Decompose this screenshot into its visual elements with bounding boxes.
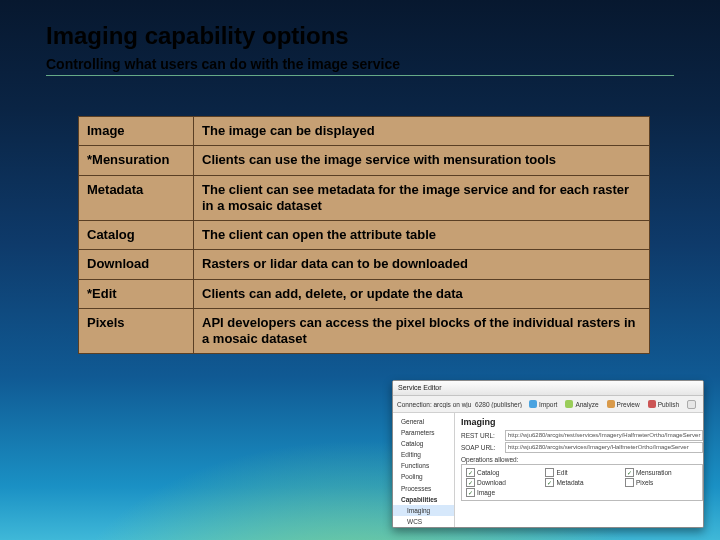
sidebar-item[interactable]: Parameters bbox=[393, 427, 454, 438]
checkbox-label: Edit bbox=[556, 469, 567, 476]
operations-group: ✓CatalogEdit✓Mensuration✓Download✓Metada… bbox=[461, 464, 703, 501]
capability-name: Download bbox=[79, 250, 194, 279]
operation-checkbox[interactable]: ✓Mensuration bbox=[625, 468, 698, 477]
checkbox-label: Metadata bbox=[556, 479, 583, 486]
capability-name: *Mensuration bbox=[79, 146, 194, 175]
connection-label: Connection: arcgis on wju_6280 (publishe… bbox=[397, 401, 524, 408]
sidebar-item[interactable]: General bbox=[393, 416, 454, 427]
preview-icon bbox=[607, 400, 615, 408]
operation-checkbox[interactable]: Edit bbox=[545, 468, 618, 477]
preview-button[interactable]: Preview bbox=[604, 399, 643, 409]
analyze-button[interactable]: Analyze bbox=[562, 399, 601, 409]
editor-main-panel: Imaging REST URL: http://wju6280/arcgis/… bbox=[455, 413, 704, 528]
checkbox-label: Image bbox=[477, 489, 495, 496]
table-row: ImageThe image can be displayed bbox=[79, 117, 650, 146]
sidebar-item[interactable]: Functions bbox=[393, 460, 454, 471]
capability-desc: The image can be displayed bbox=[194, 117, 650, 146]
rest-url-field[interactable]: http://wju6280/arcgis/rest/services/Imag… bbox=[505, 430, 703, 441]
capability-desc: The client can see metadata for the imag… bbox=[194, 175, 650, 221]
import-icon bbox=[529, 400, 537, 408]
capability-desc: Clients can use the image service with m… bbox=[194, 146, 650, 175]
capabilities-table: ImageThe image can be displayed*Mensurat… bbox=[78, 116, 650, 354]
checkbox-icon bbox=[545, 468, 554, 477]
page-title: Imaging capability options bbox=[46, 22, 674, 50]
sidebar-item[interactable]: Processes bbox=[393, 483, 454, 494]
capability-desc: Clients can add, delete, or update the d… bbox=[194, 279, 650, 308]
page-subtitle: Controlling what users can do with the i… bbox=[46, 56, 674, 76]
checkbox-label: Mensuration bbox=[636, 469, 672, 476]
sidebar-item-description[interactable]: Item Description bbox=[393, 527, 454, 528]
import-button[interactable]: Import bbox=[526, 399, 560, 409]
checkbox-icon: ✓ bbox=[466, 468, 475, 477]
operation-checkbox[interactable]: Pixels bbox=[625, 478, 698, 487]
sidebar-item[interactable]: Editing bbox=[393, 449, 454, 460]
help-button[interactable] bbox=[684, 399, 699, 410]
checkbox-label: Pixels bbox=[636, 479, 653, 486]
sidebar-sub-item[interactable]: Imaging bbox=[393, 505, 454, 516]
capability-name: Metadata bbox=[79, 175, 194, 221]
table-row: CatalogThe client can open the attribute… bbox=[79, 221, 650, 250]
table-row: *MensurationClients can use the image se… bbox=[79, 146, 650, 175]
checkbox-icon: ✓ bbox=[466, 488, 475, 497]
checkbox-label: Download bbox=[477, 479, 506, 486]
publish-button[interactable]: Publish bbox=[645, 399, 682, 409]
checkbox-icon: ✓ bbox=[545, 478, 554, 487]
soap-url-field[interactable]: http://wju6280/arcgis/services/Imagery/H… bbox=[505, 442, 703, 453]
capability-name: *Edit bbox=[79, 279, 194, 308]
help-icon bbox=[687, 400, 696, 409]
operations-label: Operations allowed: bbox=[461, 456, 703, 463]
capability-name: Image bbox=[79, 117, 194, 146]
service-editor-window: Service Editor Connection: arcgis on wju… bbox=[392, 380, 704, 528]
table-row: MetadataThe client can see metadata for … bbox=[79, 175, 650, 221]
checkbox-icon bbox=[625, 478, 634, 487]
editor-sidebar: GeneralParametersCatalogEditingFunctions… bbox=[393, 413, 455, 528]
checkbox-icon: ✓ bbox=[625, 468, 634, 477]
sidebar-item[interactable]: Catalog bbox=[393, 438, 454, 449]
window-titlebar: Service Editor bbox=[393, 381, 703, 396]
capability-name: Catalog bbox=[79, 221, 194, 250]
operation-checkbox[interactable]: ✓Metadata bbox=[545, 478, 618, 487]
panel-heading: Imaging bbox=[461, 417, 703, 427]
checkbox-icon: ✓ bbox=[466, 478, 475, 487]
table-row: *EditClients can add, delete, or update … bbox=[79, 279, 650, 308]
sidebar-capabilities-heading[interactable]: Capabilities bbox=[393, 494, 454, 505]
sidebar-item[interactable]: Pooling bbox=[393, 471, 454, 482]
operation-checkbox[interactable]: ✓Image bbox=[466, 488, 539, 497]
soap-url-label: SOAP URL: bbox=[461, 444, 501, 451]
capability-desc: Rasters or lidar data can to be download… bbox=[194, 250, 650, 279]
editor-toolbar: Connection: arcgis on wju_6280 (publishe… bbox=[393, 396, 703, 413]
capability-name: Pixels bbox=[79, 308, 194, 354]
table-row: PixelsAPI developers can access the pixe… bbox=[79, 308, 650, 354]
rest-url-label: REST URL: bbox=[461, 432, 501, 439]
sidebar-sub-item[interactable]: WCS bbox=[393, 516, 454, 527]
capability-desc: API developers can access the pixel bloc… bbox=[194, 308, 650, 354]
table-row: DownloadRasters or lidar data can to be … bbox=[79, 250, 650, 279]
checkbox-label: Catalog bbox=[477, 469, 499, 476]
operation-checkbox[interactable]: ✓Catalog bbox=[466, 468, 539, 477]
operation-checkbox[interactable]: ✓Download bbox=[466, 478, 539, 487]
capability-desc: The client can open the attribute table bbox=[194, 221, 650, 250]
analyze-icon bbox=[565, 400, 573, 408]
publish-icon bbox=[648, 400, 656, 408]
